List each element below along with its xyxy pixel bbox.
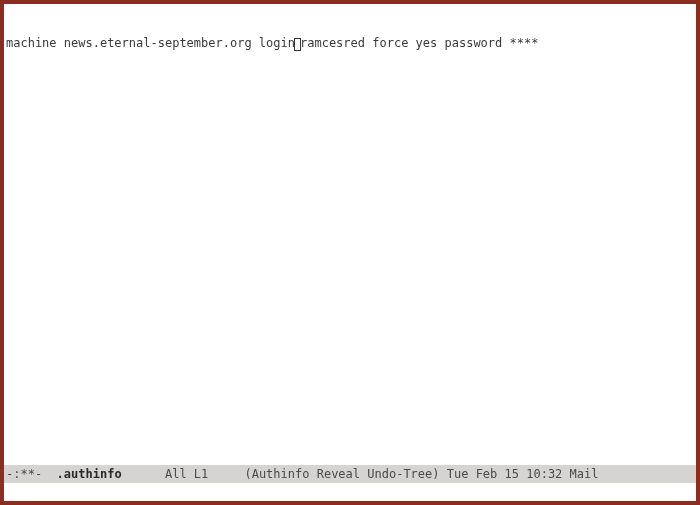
modeline-modes: (Authinfo Reveal Undo-Tree)	[244, 467, 446, 481]
modeline-position: All L1	[122, 467, 245, 481]
minibuffer[interactable]	[4, 483, 696, 501]
line-pre-cursor: machine news.eternal-september.org login	[6, 36, 295, 50]
mode-line[interactable]: -:**- .authinfo All L1 (Authinfo Reveal …	[4, 465, 696, 483]
modeline-extra: Mail	[570, 467, 599, 481]
text-cursor	[294, 38, 301, 51]
emacs-frame: machine news.eternal-september.org login…	[4, 4, 696, 501]
modeline-filename: .authinfo	[57, 467, 122, 481]
modeline-datetime: Tue Feb 15 10:32	[447, 467, 570, 481]
modeline-status: -:**-	[6, 467, 57, 481]
line-post-cursor: ramcesred force yes password ****	[300, 36, 538, 50]
buffer-area[interactable]: machine news.eternal-september.org login…	[4, 4, 696, 465]
text-line[interactable]: machine news.eternal-september.org login…	[4, 36, 696, 50]
